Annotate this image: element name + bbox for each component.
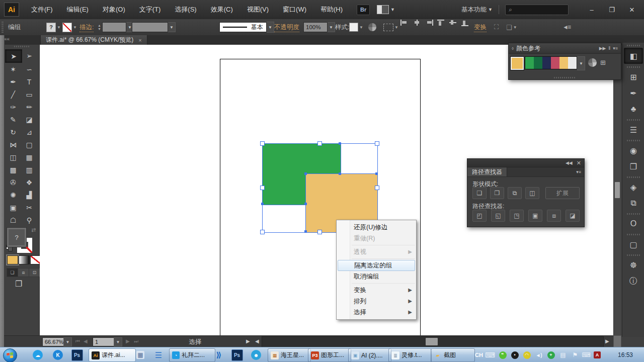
artboards-panel-icon[interactable]: ▢ xyxy=(624,237,642,252)
bridge-button[interactable]: Br xyxy=(357,5,370,15)
blend-tool[interactable]: ❖ xyxy=(21,176,37,189)
select-similar-objects-icon[interactable]: ❑ xyxy=(506,24,512,31)
harmony-swatch[interactable] xyxy=(542,57,551,69)
wechat-icon[interactable]: ❞ xyxy=(498,349,507,361)
qq-icon[interactable]: • xyxy=(510,349,519,361)
fill-color-proxy[interactable]: ? xyxy=(7,228,26,247)
dock-grip[interactable] xyxy=(627,254,640,256)
artboard-tool[interactable]: ▣ xyxy=(5,201,21,214)
pencil-tool[interactable]: ✏ xyxy=(21,101,37,113)
slice-tool[interactable]: ✂ xyxy=(21,201,37,214)
photoshop-app-icon[interactable]: Ps xyxy=(70,349,84,361)
menu-item[interactable]: 视图(V) xyxy=(240,0,276,19)
chevron-down-icon[interactable]: ▼ xyxy=(359,25,363,30)
screen-mode-icon[interactable]: ❐ xyxy=(15,279,22,289)
mesh-tool[interactable]: ▩ xyxy=(5,163,21,176)
brushes-panel-icon[interactable]: ✒ xyxy=(624,85,642,101)
selection-handle[interactable] xyxy=(375,186,379,190)
anchor-point[interactable] xyxy=(304,230,307,233)
info-panel-icon[interactable]: ⓘ xyxy=(624,274,642,289)
thunder-app-icon[interactable]: ⟫ xyxy=(212,349,225,361)
menu-item[interactable]: 选择(S) xyxy=(168,0,203,19)
base-color-swatch[interactable] xyxy=(511,57,524,70)
dock-grip[interactable] xyxy=(627,176,640,178)
menu-item[interactable]: 帮助(H) xyxy=(313,0,350,19)
antivirus-shield-icon[interactable]: + xyxy=(546,349,555,361)
eraser-tool[interactable]: ◪ xyxy=(21,113,37,126)
stroke-panel-icon[interactable]: ☰ xyxy=(624,122,642,137)
chevron-down-icon[interactable]: ▼ xyxy=(394,25,398,30)
shape-builder-tool[interactable]: ◫ xyxy=(5,151,21,163)
close-button[interactable]: ✕ xyxy=(622,3,642,17)
recolor-artwork-icon[interactable] xyxy=(368,23,376,31)
zoom-tool[interactable]: ⚲ xyxy=(21,214,37,226)
network-icon[interactable]: ▤ xyxy=(558,349,568,361)
edit-colors-icon[interactable] xyxy=(588,58,597,67)
taskbar-task-image-viewer[interactable]: ▣ AI (2).... xyxy=(348,348,391,362)
pen-tool[interactable]: ✒ xyxy=(5,75,21,88)
chevron-down-icon[interactable]: ▼ xyxy=(513,25,517,30)
gradient-tool[interactable]: ▥ xyxy=(21,163,37,176)
gradient-panel-icon[interactable]: ◉ xyxy=(624,143,642,158)
dock-grip[interactable] xyxy=(627,45,640,46)
align-vertical-top-icon[interactable] xyxy=(437,19,445,35)
eyedropper-tool[interactable]: ✇ xyxy=(5,176,21,189)
taskbar-task-powerpoint[interactable]: P3 图形工... xyxy=(308,348,351,362)
menu-item-transform[interactable]: 变换▶ xyxy=(337,285,416,296)
anchor-point[interactable] xyxy=(339,172,341,175)
gradient-button[interactable] xyxy=(19,255,30,264)
brush-definition-dropdown[interactable]: 基本 xyxy=(219,22,267,32)
member-app-icon[interactable]: ☻ xyxy=(250,349,263,361)
search-input[interactable]: ⌕ xyxy=(505,5,569,15)
last-artboard-icon[interactable]: ⏭ xyxy=(134,338,138,344)
remote-input-icon[interactable]: ⌨ xyxy=(582,349,591,361)
start-button[interactable] xyxy=(3,348,17,362)
navigator-panel-icon[interactable]: ☸ xyxy=(624,257,642,273)
collapse-panel-icon[interactable]: ◀◀ xyxy=(566,160,573,165)
taskbar-task-folder[interactable]: ▰ 截图 xyxy=(431,348,475,362)
lasso-tool[interactable]: ∽ xyxy=(21,63,37,75)
stroke-weight-stepper[interactable]: ▲▼ xyxy=(98,24,101,31)
dock-grip[interactable] xyxy=(627,213,640,215)
anchor-point[interactable] xyxy=(339,142,341,145)
maximize-button[interactable]: ❐ xyxy=(602,3,622,17)
outline-button[interactable]: ⧈ xyxy=(547,210,561,222)
zoom-dropdown-icon[interactable]: ▼ xyxy=(63,337,72,346)
draw-normal-mode-button[interactable]: ❏ xyxy=(7,268,18,277)
align-vertical-center-icon[interactable] xyxy=(449,19,457,35)
pathfinder-panel-icon[interactable]: ⧉ xyxy=(624,196,642,211)
direct-selection-tool[interactable]: ➢ xyxy=(21,49,37,62)
menu-item[interactable]: 效果(C) xyxy=(204,0,240,19)
intersect-button[interactable]: ⧉ xyxy=(508,187,522,199)
merge-button[interactable]: ◳ xyxy=(510,210,524,222)
panel-grip[interactable] xyxy=(2,22,4,33)
menu-item-arrange[interactable]: 排列▶ xyxy=(337,296,416,307)
harmony-rules-dropdown[interactable]: ▼ xyxy=(577,56,585,70)
opacity-label[interactable]: 不透明度 xyxy=(274,23,299,32)
menu-item-ungroup[interactable]: 取消编组 xyxy=(337,271,416,282)
close-tab-icon[interactable]: × xyxy=(138,37,141,43)
menu-item-isolate-group[interactable]: 隔离选定的组 xyxy=(338,260,415,271)
symbol-sprayer-tool[interactable]: ✺ xyxy=(5,189,21,201)
adobe-updater-icon[interactable]: A xyxy=(593,349,602,361)
type-tool[interactable]: T xyxy=(21,75,37,88)
minimize-button[interactable]: – xyxy=(582,3,602,17)
anchor-point[interactable] xyxy=(375,172,378,175)
stroke-color-swatch[interactable] xyxy=(62,23,72,32)
expand-panels-icon[interactable]: ▶▶ xyxy=(599,46,606,51)
selection-handle[interactable] xyxy=(260,141,265,146)
dock-grip[interactable] xyxy=(627,234,640,235)
harmony-swatch[interactable] xyxy=(568,57,577,69)
opacity-field[interactable]: 100% xyxy=(303,22,328,32)
free-transform-tool[interactable]: ▢ xyxy=(21,138,37,151)
arrange-documents-icon[interactable] xyxy=(377,5,389,14)
draw-behind-mode-button[interactable]: ⧈ xyxy=(18,268,29,277)
taskbar-task-spreadsheet[interactable]: ▦ 海王星... xyxy=(268,348,311,362)
chevron-down-icon[interactable]: ▼ xyxy=(168,22,176,32)
harmony-swatch[interactable] xyxy=(551,57,559,69)
align-horizontal-center-icon[interactable] xyxy=(413,19,421,35)
align-horizontal-right-icon[interactable] xyxy=(425,19,433,35)
panel-collapse-icon[interactable]: ⬨ xyxy=(512,46,514,51)
rectangle-tool[interactable]: ▭ xyxy=(21,88,37,101)
perspective-grid-tool[interactable]: ▦ xyxy=(21,151,37,163)
